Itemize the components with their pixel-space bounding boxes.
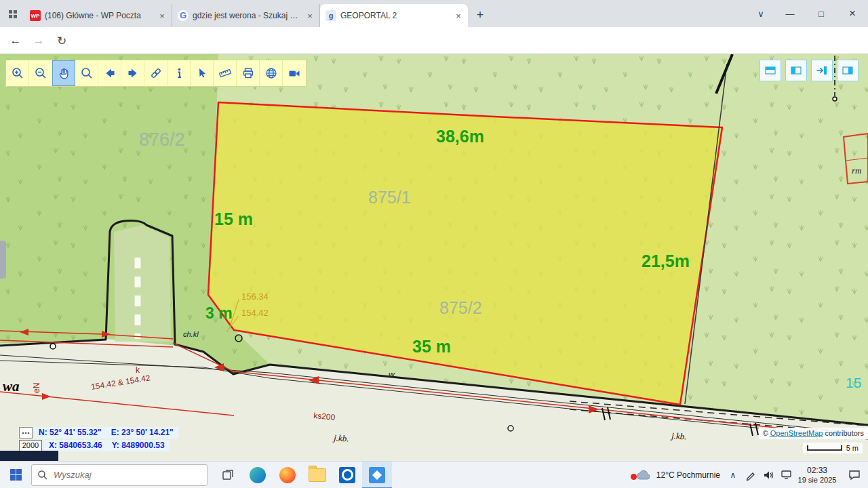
tab-google-search[interactable]: G gdzie jest werona - Szukaj w Go... × xyxy=(172,4,320,27)
taskbar-explorer[interactable] xyxy=(302,462,332,488)
weather-text: 12°C Pochmurnie xyxy=(656,470,720,480)
x-coordinate-value: X: 5840653.46 xyxy=(44,440,107,451)
photos-icon xyxy=(369,467,385,483)
sewer-label: ks200 xyxy=(313,411,336,422)
geoportal-favicon: g xyxy=(326,10,336,21)
file-explorer-icon xyxy=(309,468,326,482)
action-center-button[interactable] xyxy=(841,462,868,488)
tab-geoportal[interactable]: g GEOPORTAL 2 × xyxy=(320,4,468,27)
zoom-window-button[interactable] xyxy=(75,60,98,86)
outlook-icon xyxy=(339,467,355,483)
network-icon[interactable] xyxy=(778,462,793,488)
scale-input[interactable] xyxy=(19,440,42,451)
arrow-right-icon xyxy=(126,66,140,80)
link-button[interactable] xyxy=(144,60,167,86)
street-view-button[interactable] xyxy=(283,60,306,86)
task-view-button[interactable] xyxy=(213,462,243,488)
tab-title: GEOPORTAL 2 xyxy=(340,11,450,20)
coordinate-bar: N: 52° 41' 55.32" E: 23° 50' 14.21" xyxy=(19,427,178,439)
cloud-icon xyxy=(635,468,652,482)
right-edge-label: 15 xyxy=(846,375,861,390)
measurement-notch: 3 m xyxy=(205,304,233,322)
utility-pole-label: eN xyxy=(32,383,41,393)
top-panel-icon xyxy=(764,64,777,77)
openstreetmap-link[interactable]: OpenStreetMap xyxy=(770,429,823,437)
magnifier-plus-icon xyxy=(11,66,24,80)
speaker-icon[interactable] xyxy=(761,462,776,488)
print-button[interactable] xyxy=(237,60,260,86)
zoom-in-button[interactable] xyxy=(6,60,29,86)
zoom-out-button[interactable] xyxy=(29,60,52,86)
close-window-button[interactable]: × xyxy=(837,0,868,27)
minimize-button[interactable]: — xyxy=(774,0,806,27)
tray-chevron-icon[interactable]: ∧ xyxy=(726,462,741,488)
windows-logo-icon xyxy=(10,469,22,481)
jkb-label-2: j.kb. xyxy=(670,430,687,442)
next-view-button[interactable] xyxy=(121,60,144,86)
tab-actions-button[interactable] xyxy=(4,5,22,23)
y-coordinate-value: Y: 8489000.53 xyxy=(107,440,170,451)
map-attribution: © OpenStreetMap contributors xyxy=(759,428,868,439)
windows-taskbar: 12°C Pochmurnie ∧ 02:33 19 sie 2025 xyxy=(0,461,868,488)
edge-icon xyxy=(250,467,266,483)
back-button[interactable]: ← xyxy=(7,32,24,49)
taskbar-photos-active[interactable] xyxy=(362,462,392,488)
map-canvas[interactable]: 876/2 875/1 875/2 38,6m 15 m 21,5m 3 m 3… xyxy=(0,54,868,461)
chkl-label: ch.kl xyxy=(183,330,199,338)
close-tab-icon[interactable]: × xyxy=(157,10,167,21)
taskbar-weather[interactable]: 12°C Pochmurnie xyxy=(629,468,726,482)
xy-bar: X: 5840653.46 Y: 8489000.53 xyxy=(19,439,170,451)
refresh-button[interactable]: ↻ xyxy=(53,32,71,49)
right-panel-icon xyxy=(841,64,854,77)
start-button[interactable] xyxy=(0,462,31,488)
pen-icon[interactable] xyxy=(743,462,758,488)
system-tray: ∧ xyxy=(726,462,793,488)
pan-button[interactable] xyxy=(52,60,75,86)
search-input[interactable] xyxy=(52,469,207,481)
identify-button[interactable] xyxy=(191,60,214,86)
cursor-info-icon xyxy=(195,66,209,80)
measure-button[interactable] xyxy=(214,60,237,86)
tab-search-button[interactable]: ∨ xyxy=(747,9,774,19)
weather-alert-badge xyxy=(631,474,637,480)
tab-wp-poczta[interactable]: WP (106) Główne - WP Poczta × xyxy=(24,4,172,27)
map-toolbar xyxy=(5,60,307,87)
measurement-bottom: 35 m xyxy=(412,337,451,356)
new-tab-button[interactable]: + xyxy=(471,5,490,24)
elevation-label-2: 154.42 xyxy=(241,308,269,318)
taskbar-clock[interactable]: 02:33 19 sie 2025 xyxy=(793,466,841,485)
utility-k-label: k xyxy=(136,365,140,375)
forward-button[interactable]: → xyxy=(30,32,47,49)
printer-icon xyxy=(241,66,255,80)
taskbar-edge[interactable] xyxy=(243,462,273,488)
taskbar-search[interactable] xyxy=(31,464,208,486)
measurement-right: 21,5m xyxy=(642,251,690,270)
taskbar-outlook[interactable] xyxy=(332,462,362,488)
map-scale-control: 5 m xyxy=(803,443,863,453)
info-button[interactable] xyxy=(167,60,191,86)
left-panel-icon xyxy=(789,64,803,77)
google-favicon: G xyxy=(178,10,189,21)
top-panel-button[interactable] xyxy=(760,60,781,81)
coords-handle-icon[interactable] xyxy=(19,427,33,439)
taskbar-firefox[interactable] xyxy=(273,462,302,488)
dots-icon xyxy=(22,431,30,435)
parcel-label-876-2: 876/2 xyxy=(139,129,185,150)
driveway xyxy=(114,225,171,342)
attribution-prefix: © xyxy=(763,429,770,437)
previous-view-button[interactable] xyxy=(98,60,121,86)
osm-globe-button[interactable] xyxy=(260,60,283,86)
measurement-left: 15 m xyxy=(214,209,253,228)
camera-icon xyxy=(288,66,301,80)
search-icon xyxy=(37,470,48,481)
expand-right-panel-button[interactable] xyxy=(811,60,833,81)
right-panel-button[interactable] xyxy=(837,60,859,81)
measurement-top: 38,6m xyxy=(436,127,484,146)
close-tab-icon[interactable]: × xyxy=(304,10,315,21)
close-tab-icon[interactable]: × xyxy=(453,10,464,21)
panel-layout-toolbar xyxy=(760,60,859,81)
left-panel-button[interactable] xyxy=(785,60,807,81)
side-panel-handle[interactable] xyxy=(0,241,6,279)
maximize-button[interactable]: □ xyxy=(806,0,837,27)
chain-icon xyxy=(149,66,163,80)
